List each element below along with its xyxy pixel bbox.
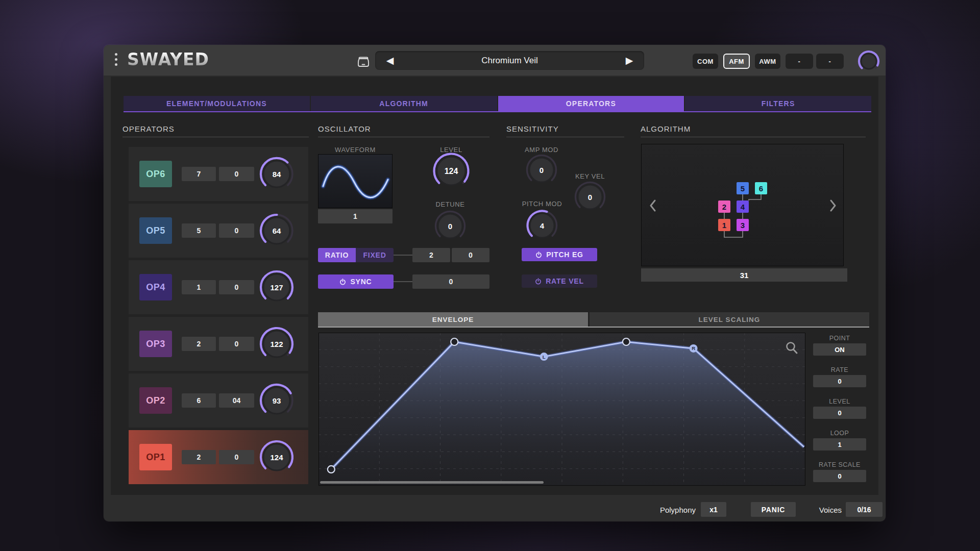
algorithm-number-box[interactable]: 31 [641, 268, 847, 282]
operator-badge-op2[interactable]: OP2 [139, 387, 172, 414]
tab-filters[interactable]: FILTERS [685, 96, 871, 111]
coarse-value-box[interactable]: 1 [182, 280, 216, 294]
sync-toggle[interactable]: SYNC [318, 274, 394, 289]
operator-level-knob[interactable]: 84 [258, 155, 296, 195]
master-volume-knob[interactable] [857, 50, 880, 74]
operator-level-knob[interactable]: 124 [258, 438, 296, 478]
pitch-mod-label: PITCH MOD [517, 200, 568, 208]
key-vel-knob[interactable]: 0 [574, 181, 606, 215]
coarse-value-box[interactable]: 2 [182, 450, 216, 464]
envelope-tab-underline [318, 327, 869, 328]
menu-icon[interactable] [115, 53, 117, 66]
power-icon [339, 279, 346, 285]
rate-vel-toggle[interactable]: RATE VEL [522, 274, 597, 288]
detune-knob[interactable]: 0 [434, 210, 467, 244]
point-label: POINT [813, 335, 866, 342]
mode-button-afm[interactable]: AFM [723, 54, 750, 69]
level-label: LEVEL [813, 398, 866, 405]
envelope-point[interactable] [328, 466, 335, 473]
operator-row-op3[interactable]: OP320122 [129, 317, 308, 371]
operator-level-knob[interactable]: 64 [258, 212, 296, 252]
operator-badge-op5[interactable]: OP5 [139, 217, 172, 244]
algorithm-node-3[interactable]: 3 [737, 219, 749, 231]
level-knob[interactable]: 124 [432, 152, 471, 192]
amp-mod-knob[interactable]: 0 [525, 154, 558, 188]
preset-prev-button[interactable]: ◀ [375, 51, 405, 70]
operator-level-knob[interactable]: 93 [258, 382, 296, 421]
algorithm-node-5[interactable]: 5 [737, 182, 749, 194]
waveform-index-box[interactable]: 1 [318, 209, 393, 223]
fine-value-box[interactable]: 0 [219, 167, 254, 181]
algorithm-node-1[interactable]: 1 [718, 219, 730, 231]
operator-badge-op4[interactable]: OP4 [139, 274, 172, 300]
point-value-box[interactable]: ON [813, 343, 866, 356]
operator-row-op6[interactable]: OP67084 [129, 147, 308, 201]
ratio-option[interactable]: RATIO [318, 248, 356, 262]
operator-badge-op1[interactable]: OP1 [139, 444, 172, 470]
operators-title-rule [122, 137, 309, 137]
svg-text:0: 0 [588, 193, 592, 202]
sync-value-box[interactable]: 0 [412, 274, 489, 289]
app-logo: SWAYED [127, 49, 209, 69]
svg-text:124: 124 [445, 167, 458, 176]
fine-value-box[interactable]: 04 [219, 393, 254, 408]
envelope-tab-level-scaling[interactable]: LEVEL SCALING [590, 312, 869, 327]
operator-badge-op6[interactable]: OP6 [139, 161, 172, 187]
level-value-box[interactable]: 0 [813, 407, 866, 419]
coarse-ratio-box[interactable]: 2 [412, 248, 450, 262]
coarse-value-box[interactable]: 7 [182, 167, 216, 181]
coarse-value-box[interactable]: 6 [182, 393, 216, 408]
envelope-graph[interactable]: LR [318, 333, 805, 486]
voices-value-box[interactable]: 0/16 [846, 502, 883, 517]
fine-ratio-box[interactable]: 0 [452, 248, 489, 262]
mode-button-awm[interactable]: AWM [755, 54, 780, 69]
operator-badge-op3[interactable]: OP3 [139, 331, 172, 357]
envelope-tab-envelope[interactable]: ENVELOPE [318, 312, 588, 327]
preset-bank-icon[interactable] [356, 54, 371, 69]
waveform-display[interactable] [318, 154, 393, 208]
panic-button[interactable]: PANIC [751, 502, 796, 517]
rate-value-box[interactable]: 0 [813, 375, 866, 387]
coarse-value-box[interactable]: 2 [182, 337, 216, 351]
fine-value-box[interactable]: 0 [219, 223, 254, 238]
operator-level-knob[interactable]: 127 [258, 268, 296, 308]
detune-label: DETUNE [425, 201, 476, 208]
fixed-option[interactable]: FIXED [356, 248, 394, 262]
tab-algorithm[interactable]: ALGORITHM [311, 96, 497, 111]
synth-window: SWAYED ◀ Chromium Veil ▶ COMAFMAWM-- ELE… [104, 45, 886, 521]
preset-next-button[interactable]: ▶ [615, 51, 644, 70]
pitch-mod-knob[interactable]: 4 [526, 209, 558, 244]
mode-button-empty-3[interactable]: - [786, 54, 813, 69]
coarse-value-box[interactable]: 5 [182, 223, 216, 238]
algorithm-node-2[interactable]: 2 [718, 201, 730, 213]
envelope-point[interactable] [451, 338, 458, 345]
polyphony-value-box[interactable]: x1 [701, 502, 726, 517]
mode-button-empty-4[interactable]: - [816, 54, 844, 69]
preset-name[interactable]: Chromium Veil [405, 56, 615, 66]
tab-element-modulations[interactable]: ELEMENT/MODULATIONS [124, 96, 310, 111]
tab-operators[interactable]: OPERATORS [498, 96, 684, 111]
operator-row-op5[interactable]: OP55064 [129, 204, 308, 258]
svg-text:0: 0 [448, 222, 452, 231]
preset-bar: ◀ Chromium Veil ▶ [375, 51, 644, 70]
algorithm-node-4[interactable]: 4 [737, 201, 749, 213]
power-icon [535, 252, 542, 258]
algorithm-node-6[interactable]: 6 [755, 182, 767, 194]
operator-row-op1[interactable]: OP120124 [129, 430, 308, 484]
operator-level-knob[interactable]: 122 [258, 325, 296, 365]
key-vel-label: KEY VEL [565, 172, 616, 180]
rate-scale-label: RATE SCALE [813, 461, 866, 468]
ratio-connector-line [394, 255, 412, 256]
rate-scale-value-box[interactable]: 0 [813, 470, 866, 482]
envelope-point[interactable] [623, 338, 630, 345]
mode-button-com[interactable]: COM [693, 54, 718, 69]
operator-row-op2[interactable]: OP260493 [129, 373, 308, 428]
pitch-eg-toggle[interactable]: PITCH EG [522, 248, 597, 261]
fine-value-box[interactable]: 0 [219, 450, 254, 464]
svg-text:84: 84 [273, 170, 281, 179]
operator-row-op4[interactable]: OP410127 [129, 260, 308, 314]
fine-value-box[interactable]: 0 [219, 337, 254, 351]
envelope-scrollbar[interactable] [320, 481, 544, 484]
fine-value-box[interactable]: 0 [219, 280, 254, 294]
loop-value-box[interactable]: 1 [813, 438, 866, 450]
